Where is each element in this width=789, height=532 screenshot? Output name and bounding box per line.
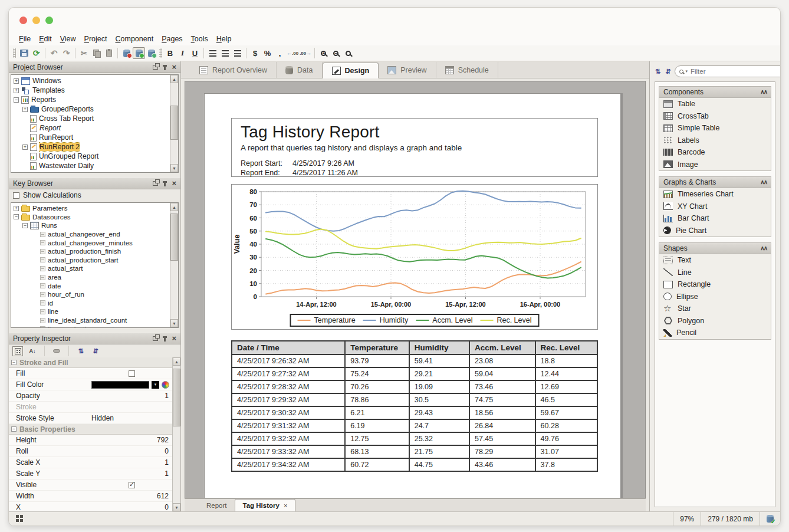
zoom-window-button[interactable] [45,17,53,24]
show-calculations-checkbox[interactable] [13,192,19,199]
align-right-icon[interactable] [231,47,244,59]
palette-section-header[interactable]: Shapes∧∧ [659,243,771,254]
undo-icon[interactable]: ↶ [48,47,60,59]
float-panel-icon[interactable] [153,336,158,341]
italic-icon[interactable]: I [176,47,189,59]
tab-report-overview[interactable]: Report Overview [190,62,277,78]
currency-icon[interactable]: $ [249,47,261,59]
palette-item-line[interactable]: Line [659,267,771,279]
menu-help[interactable]: Help [212,34,236,44]
tree-item-runreport[interactable]: RunReport [11,133,170,142]
paste-icon[interactable] [103,47,115,59]
tree-item-actual-changeover-minutes[interactable]: actual_changeover_minutes [11,238,170,247]
cut-icon[interactable]: ✂ [78,47,90,59]
collapse-icon[interactable]: − [14,214,19,219]
palette-item-pencil[interactable]: Pencil [659,327,771,339]
redo-icon[interactable]: ↷ [60,47,73,59]
collapse-section-icon[interactable]: − [11,426,17,432]
close-window-button[interactable] [19,17,27,24]
db-error-icon[interactable] [120,47,133,59]
timeseries-chart-component[interactable]: 0102030405060708014-Apr, 12:0015-Apr, 00… [231,184,598,330]
tree-item-windows[interactable]: +Windows [11,76,170,86]
scrollbar-thumb[interactable] [173,369,180,426]
expand-icon[interactable]: + [14,88,19,93]
db-refresh-icon[interactable] [145,47,157,59]
increase-decimal-icon[interactable]: ←.00 [286,47,299,59]
scroll-up-icon[interactable]: ▲ [170,75,178,83]
checkbox[interactable] [129,370,135,377]
property-value[interactable]: 1 [91,458,172,467]
float-panel-icon[interactable] [153,65,158,70]
design-canvas[interactable]: Tag History Report A report that queries… [185,81,646,498]
tree-item-actual-start[interactable]: actual_start [11,264,170,273]
tree-item-area[interactable]: area [11,273,170,282]
tree-item-datasources[interactable]: −Datasources [11,213,170,222]
collapse-section-icon[interactable]: ∧∧ [760,246,767,251]
property-value[interactable]: 0 [91,503,172,511]
tree-item-wastewater-daily[interactable]: Wastewater Daily [11,161,170,170]
bold-icon[interactable]: B [164,47,176,59]
report-table-component[interactable]: Date / TimeTemperatureHumidityAccm. Leve… [231,340,598,472]
decrease-decimal-icon[interactable]: .00→ [299,47,312,59]
tab-schedule[interactable]: Schedule [436,62,498,78]
tree-item-runreport-2[interactable]: +RunReport 2 [11,142,170,152]
percent-icon[interactable]: % [261,47,274,59]
close-panel-icon[interactable]: × [172,64,176,70]
close-panel-icon[interactable]: × [172,336,176,341]
tree-item-date[interactable]: date [11,281,170,290]
scroll-down-icon[interactable]: ▼ [170,319,178,327]
palette-item-ellipse[interactable]: Ellipse [659,291,771,303]
property-value[interactable]: 612 [91,492,172,500]
expand-icon[interactable]: + [22,145,28,150]
tab-design[interactable]: Design [323,63,379,78]
underline-icon[interactable]: U [189,47,201,59]
menu-pages[interactable]: Pages [157,34,186,44]
palette-item-bar-chart[interactable]: Bar Chart [659,212,771,225]
close-panel-icon[interactable]: × [172,180,176,186]
palette-item-simple-table[interactable]: Simple Table [659,122,771,134]
zoom-in-icon[interactable]: + [317,47,330,59]
tree-item-line-production-count[interactable]: line_production_count [11,324,170,327]
menu-file[interactable]: File [15,34,35,44]
color-swatch[interactable] [91,381,149,389]
comma-icon[interactable]: , [274,47,286,59]
close-tab-icon[interactable]: × [284,502,287,509]
report-header-component[interactable]: Tag History Report A report that queries… [231,118,598,177]
property-value[interactable]: Hidden [91,414,172,422]
scrollbar-thumb[interactable] [170,106,178,140]
tree-item-runs[interactable]: −Runs [11,221,170,230]
menu-edit[interactable]: Edit [35,34,56,44]
palette-section-header[interactable]: Components∧∧ [659,87,771,98]
menu-tools[interactable]: Tools [187,34,212,44]
tab-data[interactable]: Data [277,62,322,78]
tab-preview[interactable]: Preview [379,62,436,78]
tree-item-line[interactable]: line [11,307,170,316]
categorized-view-icon[interactable] [12,346,23,356]
menu-component[interactable]: Component [111,34,158,44]
scroll-up-icon[interactable]: ▲ [173,357,180,366]
color-wheel-icon[interactable] [162,381,169,389]
tree-item-actual-changeover-end[interactable]: actual_changeover_end [11,230,170,239]
scroll-down-icon[interactable]: ▼ [173,503,180,511]
expand-icon[interactable]: + [14,78,19,84]
palette-item-star[interactable]: Star [659,303,771,315]
database-status-icon[interactable] [767,515,774,523]
tree-item-report[interactable]: Report [11,123,170,133]
expand-icon[interactable]: + [22,107,28,112]
palette-item-pie-chart[interactable]: Pie Chart [659,225,771,237]
pin-panel-icon[interactable] [164,181,166,186]
palette-item-polygon[interactable]: Polygon [659,315,771,327]
sort-alphabetical-icon[interactable]: A↓ [27,346,38,356]
palette-item-crosstab[interactable]: CrossTab [659,110,771,123]
zoom-out-icon[interactable]: − [330,47,342,59]
show-description-icon[interactable] [51,346,62,356]
checkbox[interactable] [129,482,135,488]
tree-item-ungrouped-report[interactable]: UnGrouped Report [11,152,170,161]
collapse-all-icon[interactable]: ⇵ [665,67,671,77]
refresh-icon[interactable]: ⟳ [30,47,42,59]
palette-item-table[interactable]: Table [659,98,771,110]
zoom-actual-icon[interactable] [342,47,354,59]
property-value[interactable]: 1 [91,392,172,400]
property-value[interactable]: 792 [91,436,172,444]
collapse-section-icon[interactable]: ∧∧ [760,90,767,94]
